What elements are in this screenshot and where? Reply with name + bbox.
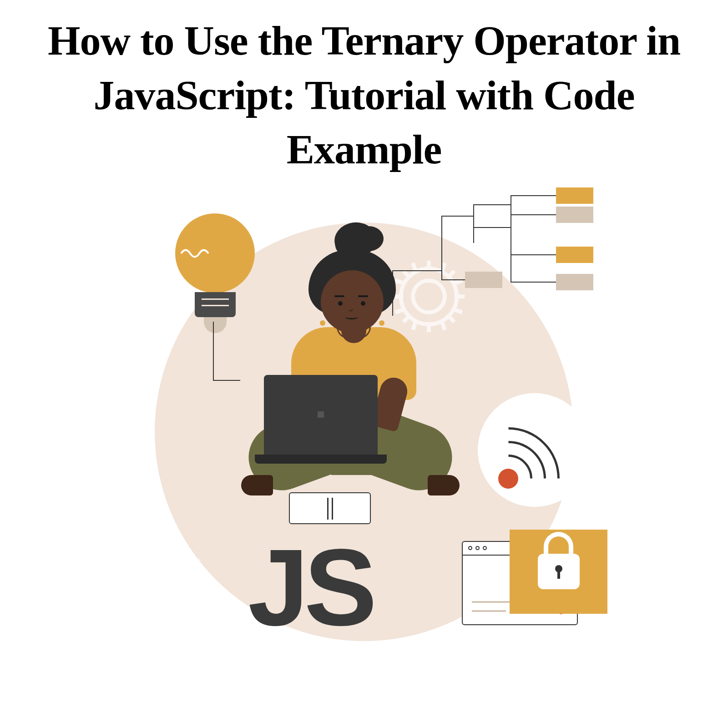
svg-point-2 (175, 566, 193, 584)
hero-illustration: JS (114, 204, 614, 659)
book-icon (289, 492, 371, 524)
article-cover: How to Use the Ternary Operator in JavaS… (0, 0, 728, 728)
connector-line (213, 322, 214, 381)
wifi-icon (478, 393, 592, 507)
js-logo-text: JS (248, 525, 373, 650)
gear-small-icon (159, 550, 209, 600)
article-title: How to Use the Ternary Operator in JavaS… (0, 0, 728, 186)
browser-lock-icon (462, 530, 607, 648)
svg-point-3 (168, 559, 200, 591)
laptop-icon (264, 375, 387, 464)
tree-diagram-icon (441, 216, 598, 343)
